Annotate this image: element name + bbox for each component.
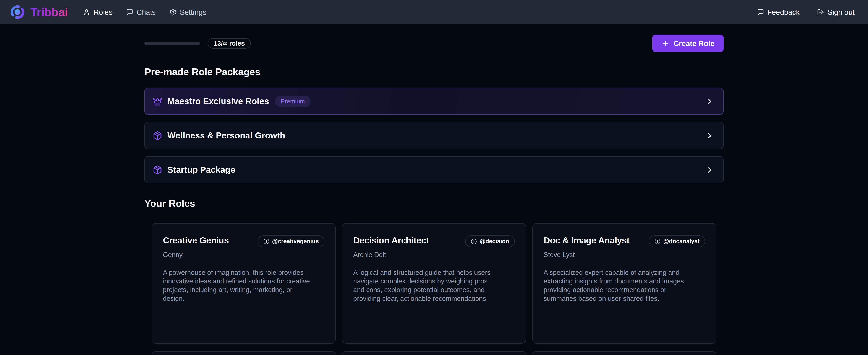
role-card-owner: Archie Doit xyxy=(353,251,515,259)
create-role-button[interactable]: Create Role xyxy=(652,35,723,52)
nav-item-chats[interactable]: Chats xyxy=(126,8,156,17)
role-card-description: A powerhouse of imagination, this role p… xyxy=(163,268,310,303)
role-card-title: Creative Genius xyxy=(163,235,229,245)
package-row-wellness[interactable]: Wellness & Personal Growth xyxy=(145,122,723,149)
role-handle-badge[interactable]: @decision xyxy=(465,235,515,247)
role-card-title: Decision Architect xyxy=(353,235,429,245)
package-row-maestro[interactable]: Maestro Exclusive Roles Premium xyxy=(145,88,723,115)
role-card-header: Creative Genius @creativegenius xyxy=(163,235,324,247)
package-row-label: Maestro Exclusive Roles xyxy=(167,96,269,106)
logout-icon xyxy=(817,8,824,16)
page: Tribbai Roles Chats xyxy=(0,0,868,355)
chat-bubble-icon xyxy=(126,8,133,16)
nav-signout-label: Sign out xyxy=(828,8,855,17)
roles-meta-row: 13/∞ roles Create Role xyxy=(145,35,723,52)
role-card-decision-architect[interactable]: Decision Architect @decision Archie Doit… xyxy=(342,223,526,344)
role-card-creative-genius[interactable]: Creative Genius @creativegenius Genny A … xyxy=(152,223,336,344)
package-row-label: Startup Package xyxy=(167,165,235,175)
role-card-header: Doc & Image Analyst @docanalyst xyxy=(544,235,705,247)
partial-role-card[interactable] xyxy=(532,351,716,355)
nav-chats-label: Chats xyxy=(136,8,156,17)
info-icon xyxy=(264,238,270,244)
role-handle-badge[interactable]: @creativegenius xyxy=(258,235,324,247)
role-handle-label: @decision xyxy=(480,238,509,245)
role-handle-label: @creativegenius xyxy=(272,238,319,245)
nav-item-settings[interactable]: Settings xyxy=(169,8,207,17)
section-title-your-roles: Your Roles xyxy=(145,198,723,209)
plus-icon xyxy=(661,39,669,47)
nav-item-feedback[interactable]: Feedback xyxy=(757,8,800,17)
role-card-title: Doc & Image Analyst xyxy=(544,235,629,245)
role-handle-label: @docanalyst xyxy=(663,238,700,245)
partial-role-card[interactable] xyxy=(342,351,526,355)
role-cards-grid: Creative Genius @creativegenius Genny A … xyxy=(145,223,723,344)
package-icon xyxy=(153,165,162,175)
role-handle-badge[interactable]: @docanalyst xyxy=(649,235,705,247)
nav-settings-label: Settings xyxy=(180,8,207,17)
roles-count-badge: 13/∞ roles xyxy=(208,38,251,49)
package-row-startup[interactable]: Startup Package xyxy=(145,156,723,183)
brand-name: Tribbai xyxy=(30,5,68,19)
premium-badge: Premium xyxy=(275,96,311,107)
role-card-description: A logical and structured guide that help… xyxy=(353,268,500,303)
section-title-premade: Pre-made Role Packages xyxy=(145,66,723,78)
role-card-description: A specialized expert capable of analyzin… xyxy=(544,268,691,303)
roles-progress-bar xyxy=(145,41,200,45)
gear-icon xyxy=(169,8,177,16)
nav-item-roles[interactable]: Roles xyxy=(83,8,113,17)
crown-icon xyxy=(153,97,162,106)
info-icon xyxy=(654,238,660,244)
info-icon xyxy=(471,238,477,244)
partial-role-card[interactable] xyxy=(152,351,336,355)
nav-feedback-label: Feedback xyxy=(767,8,800,17)
navbar: Tribbai Roles Chats xyxy=(0,0,868,24)
role-card-doc-image-analyst[interactable]: Doc & Image Analyst @docanalyst Steve Ly… xyxy=(532,223,716,344)
role-card-owner: Genny xyxy=(163,251,324,259)
create-role-label: Create Role xyxy=(674,39,714,48)
package-row-label: Wellness & Personal Growth xyxy=(167,131,285,141)
role-cards-grid-partial xyxy=(145,351,723,355)
user-icon xyxy=(83,8,90,16)
role-card-header: Decision Architect @decision xyxy=(353,235,515,247)
main-content: 13/∞ roles Create Role Pre-made Role Pac… xyxy=(145,35,723,355)
nav-item-signout[interactable]: Sign out xyxy=(817,8,855,17)
feedback-bubble-icon xyxy=(757,8,764,16)
brand[interactable]: Tribbai xyxy=(9,4,68,20)
chevron-right-icon xyxy=(705,97,714,106)
nav-roles-label: Roles xyxy=(94,8,113,17)
chevron-right-icon xyxy=(705,131,714,140)
package-icon xyxy=(153,131,162,141)
brand-logo-icon xyxy=(9,4,26,20)
role-card-owner: Steve Lyst xyxy=(544,251,705,259)
chevron-right-icon xyxy=(705,166,714,174)
